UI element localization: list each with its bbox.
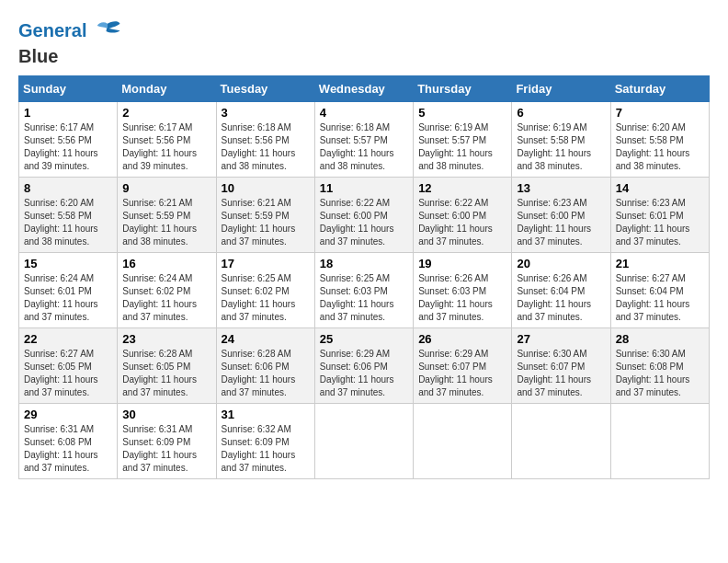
day-number: 14 [616,181,704,195]
day-info: Sunrise: 6:31 AM Sunset: 6:09 PM Dayligh… [122,423,210,475]
day-info: Sunrise: 6:28 AM Sunset: 6:06 PM Dayligh… [222,348,310,399]
logo-bird-icon [94,18,121,46]
calendar-week-4: 22 Sunrise: 6:27 AM Sunset: 6:05 PM Dayl… [19,328,710,404]
day-info: Sunrise: 6:25 AM Sunset: 6:03 PM Dayligh… [320,272,408,324]
day-number: 22 [24,332,112,346]
calendar-cell [610,404,709,479]
calendar-cell: 19 Sunrise: 6:26 AM Sunset: 6:03 PM Dayl… [414,253,512,328]
day-number: 15 [24,257,112,270]
day-number: 25 [320,332,408,346]
header-saturday: Saturday [610,76,709,102]
day-info: Sunrise: 6:22 AM Sunset: 6:00 PM Dayligh… [418,197,506,248]
calendar-cell: 17 Sunrise: 6:25 AM Sunset: 6:02 PM Dayl… [216,253,314,328]
day-info: Sunrise: 6:21 AM Sunset: 5:59 PM Dayligh… [222,197,310,248]
day-info: Sunrise: 6:20 AM Sunset: 5:58 PM Dayligh… [24,197,112,248]
calendar-cell: 23 Sunrise: 6:28 AM Sunset: 6:05 PM Dayl… [118,328,216,404]
calendar-week-1: 1 Sunrise: 6:17 AM Sunset: 5:56 PM Dayli… [19,102,710,178]
day-number: 16 [122,257,210,270]
header-friday: Friday [512,76,610,102]
calendar-week-5: 29 Sunrise: 6:31 AM Sunset: 6:08 PM Dayl… [19,404,710,479]
calendar-cell: 22 Sunrise: 6:27 AM Sunset: 6:05 PM Dayl… [19,328,118,404]
day-info: Sunrise: 6:21 AM Sunset: 5:59 PM Dayligh… [122,197,210,248]
calendar-cell: 13 Sunrise: 6:23 AM Sunset: 6:00 PM Dayl… [512,178,610,253]
day-info: Sunrise: 6:26 AM Sunset: 6:04 PM Dayligh… [517,272,605,324]
calendar-cell: 4 Sunrise: 6:18 AM Sunset: 5:57 PM Dayli… [314,102,413,178]
day-info: Sunrise: 6:18 AM Sunset: 5:57 PM Dayligh… [320,121,408,173]
day-info: Sunrise: 6:25 AM Sunset: 6:02 PM Dayligh… [222,272,310,324]
day-number: 6 [517,106,605,120]
logo: General Blue [18,18,121,66]
header-monday: Monday [118,76,216,102]
calendar-cell: 12 Sunrise: 6:22 AM Sunset: 6:00 PM Dayl… [414,178,512,253]
day-info: Sunrise: 6:27 AM Sunset: 6:05 PM Dayligh… [24,348,112,399]
day-number: 3 [222,106,310,120]
calendar-cell: 8 Sunrise: 6:20 AM Sunset: 5:58 PM Dayli… [19,178,118,253]
day-info: Sunrise: 6:19 AM Sunset: 5:58 PM Dayligh… [517,121,605,173]
calendar-cell: 3 Sunrise: 6:18 AM Sunset: 5:56 PM Dayli… [216,102,314,178]
day-info: Sunrise: 6:24 AM Sunset: 6:01 PM Dayligh… [24,272,112,324]
day-info: Sunrise: 6:30 AM Sunset: 6:07 PM Dayligh… [517,348,605,399]
day-info: Sunrise: 6:17 AM Sunset: 5:56 PM Dayligh… [24,121,112,173]
day-info: Sunrise: 6:17 AM Sunset: 5:56 PM Dayligh… [122,121,210,173]
calendar-cell: 21 Sunrise: 6:27 AM Sunset: 6:04 PM Dayl… [610,253,709,328]
day-info: Sunrise: 6:30 AM Sunset: 6:08 PM Dayligh… [616,348,704,399]
calendar-cell: 29 Sunrise: 6:31 AM Sunset: 6:08 PM Dayl… [19,404,118,479]
calendar-cell [512,404,610,479]
day-info: Sunrise: 6:22 AM Sunset: 6:00 PM Dayligh… [320,197,408,248]
calendar-table: SundayMondayTuesdayWednesdayThursdayFrid… [18,75,710,479]
header-tuesday: Tuesday [216,76,314,102]
day-info: Sunrise: 6:26 AM Sunset: 6:03 PM Dayligh… [418,272,506,324]
calendar-cell: 6 Sunrise: 6:19 AM Sunset: 5:58 PM Dayli… [512,102,610,178]
calendar-header-row: SundayMondayTuesdayWednesdayThursdayFrid… [19,76,710,102]
calendar-cell: 25 Sunrise: 6:29 AM Sunset: 6:06 PM Dayl… [314,328,413,404]
calendar-cell: 15 Sunrise: 6:24 AM Sunset: 6:01 PM Dayl… [19,253,118,328]
calendar-cell: 5 Sunrise: 6:19 AM Sunset: 5:57 PM Dayli… [414,102,512,178]
header-sunday: Sunday [19,76,118,102]
logo-general: General [18,20,86,40]
day-info: Sunrise: 6:19 AM Sunset: 5:57 PM Dayligh… [418,121,506,173]
day-info: Sunrise: 6:29 AM Sunset: 6:07 PM Dayligh… [418,348,506,399]
day-number: 1 [24,106,112,120]
day-info: Sunrise: 6:23 AM Sunset: 6:00 PM Dayligh… [517,197,605,248]
calendar-cell: 11 Sunrise: 6:22 AM Sunset: 6:00 PM Dayl… [314,178,413,253]
calendar-cell: 28 Sunrise: 6:30 AM Sunset: 6:08 PM Dayl… [610,328,709,404]
day-info: Sunrise: 6:29 AM Sunset: 6:06 PM Dayligh… [320,348,408,399]
logo-blue: Blue [18,46,121,66]
day-number: 19 [418,257,506,270]
day-number: 10 [222,181,310,195]
day-number: 28 [616,332,704,346]
header-thursday: Thursday [414,76,512,102]
calendar-week-2: 8 Sunrise: 6:20 AM Sunset: 5:58 PM Dayli… [19,178,710,253]
calendar-cell [314,404,413,479]
day-number: 29 [24,408,112,421]
day-info: Sunrise: 6:20 AM Sunset: 5:58 PM Dayligh… [616,121,704,173]
calendar-cell: 18 Sunrise: 6:25 AM Sunset: 6:03 PM Dayl… [314,253,413,328]
day-number: 24 [222,332,310,346]
day-number: 27 [517,332,605,346]
calendar-cell: 14 Sunrise: 6:23 AM Sunset: 6:01 PM Dayl… [610,178,709,253]
calendar-cell: 24 Sunrise: 6:28 AM Sunset: 6:06 PM Dayl… [216,328,314,404]
day-number: 12 [418,181,506,195]
calendar-week-3: 15 Sunrise: 6:24 AM Sunset: 6:01 PM Dayl… [19,253,710,328]
calendar-cell: 31 Sunrise: 6:32 AM Sunset: 6:09 PM Dayl… [216,404,314,479]
day-number: 5 [418,106,506,120]
day-info: Sunrise: 6:27 AM Sunset: 6:04 PM Dayligh… [616,272,704,324]
day-number: 23 [122,332,210,346]
day-number: 20 [517,257,605,270]
day-number: 2 [122,106,210,120]
header-wednesday: Wednesday [314,76,413,102]
calendar-cell: 16 Sunrise: 6:24 AM Sunset: 6:02 PM Dayl… [118,253,216,328]
day-info: Sunrise: 6:28 AM Sunset: 6:05 PM Dayligh… [122,348,210,399]
day-number: 13 [517,181,605,195]
calendar-cell: 26 Sunrise: 6:29 AM Sunset: 6:07 PM Dayl… [414,328,512,404]
day-number: 7 [616,106,704,120]
day-info: Sunrise: 6:32 AM Sunset: 6:09 PM Dayligh… [222,423,310,475]
day-number: 8 [24,181,112,195]
calendar-cell: 1 Sunrise: 6:17 AM Sunset: 5:56 PM Dayli… [19,102,118,178]
day-number: 9 [122,181,210,195]
day-info: Sunrise: 6:31 AM Sunset: 6:08 PM Dayligh… [24,423,112,475]
calendar-cell: 2 Sunrise: 6:17 AM Sunset: 5:56 PM Dayli… [118,102,216,178]
calendar-cell: 20 Sunrise: 6:26 AM Sunset: 6:04 PM Dayl… [512,253,610,328]
calendar-cell [414,404,512,479]
day-number: 18 [320,257,408,270]
